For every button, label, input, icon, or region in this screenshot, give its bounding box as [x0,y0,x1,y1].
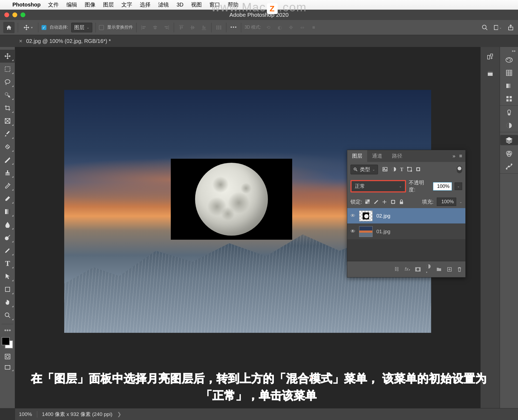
filter-smart-icon[interactable] [416,167,421,172]
delete-layer-icon[interactable] [457,267,462,272]
patterns-panel-icon[interactable] [505,94,513,103]
layer-name[interactable]: 02.jpg [376,213,390,219]
move-tool-indicator[interactable]: ▾ [21,23,35,32]
align-right-icon[interactable] [162,23,171,32]
workspace-icon[interactable]: ⌄ [494,23,502,32]
stamp-tool[interactable] [0,166,15,179]
minimize-window-button[interactable] [12,12,17,17]
panel-menu-icon[interactable]: ≡ [459,153,462,159]
color-panel-icon[interactable] [505,56,513,64]
layer-thumbnail[interactable] [359,226,373,237]
filter-pixel-icon[interactable] [382,167,388,172]
color-swatches[interactable] [0,336,15,351]
filter-shape-icon[interactable] [407,167,412,172]
crop-tool[interactable] [0,101,15,114]
more-options-icon[interactable]: ••• [230,23,238,32]
menu-window[interactable]: 窗口 [209,1,220,8]
healing-tool[interactable] [0,140,15,153]
layer-row-02[interactable]: 👁 02.jpg [347,208,465,224]
menu-layer[interactable]: 图层 [103,1,114,8]
lock-position-icon[interactable] [382,199,387,204]
dodge-tool[interactable] [0,231,15,244]
align-bottom-icon[interactable] [200,23,208,32]
layers-panel-icon[interactable] [500,135,518,145]
visibility-eye-icon[interactable]: 👁 [350,229,355,234]
3d-pan-icon[interactable]: ✥ [287,23,295,32]
adjustment-layer-icon[interactable]: ▾ [426,264,431,275]
layer-row-01[interactable]: 👁 01.jpg [347,224,465,239]
panel-icon-1[interactable] [486,52,495,61]
tab-layers[interactable]: 图层 [347,150,367,162]
align-vcenter-icon[interactable] [189,23,197,32]
edit-toolbar-icon[interactable]: ••• [0,326,15,334]
document-tab[interactable]: ✕ 02.jpg @ 100% (02.jpg, RGB/16*) * [19,38,111,44]
align-hcenter-icon[interactable] [151,23,159,32]
filter-adjust-icon[interactable] [391,167,396,172]
lock-artboard-icon[interactable] [391,199,396,204]
blur-tool[interactable] [0,218,15,231]
quick-select-tool[interactable] [0,89,15,101]
lock-transparency-icon[interactable] [365,199,370,204]
adjustments-panel-icon[interactable] [505,121,513,130]
paths-panel-icon[interactable] [505,162,513,171]
gradient-tool[interactable] [0,205,15,218]
menu-help[interactable]: 帮助 [228,1,238,8]
layer-mask-icon[interactable] [415,267,421,272]
marquee-tool[interactable] [0,63,15,76]
blend-mode-select[interactable]: 正常⌄ [350,180,406,192]
panel-expand-icon[interactable]: » [452,153,455,159]
lock-all-icon[interactable] [399,199,404,204]
filter-type-icon[interactable]: T [400,167,403,172]
3d-zoom-icon[interactable]: ■ [310,23,318,32]
fill-input[interactable] [437,198,456,206]
document-dimensions[interactable]: 1400 像素 x 932 像素 (240 ppi) [42,411,113,418]
menu-text[interactable]: 文字 [121,1,132,8]
panel-icon-2[interactable] [486,69,495,78]
visibility-eye-icon[interactable]: 👁 [350,213,355,219]
lasso-tool[interactable] [0,76,15,89]
channels-panel-icon[interactable] [505,150,513,158]
home-button[interactable] [3,22,15,33]
3d-orbit-icon[interactable]: ⟲ [264,23,272,32]
move-tool[interactable] [0,50,15,63]
link-layers-icon[interactable]: ⛓ [394,266,399,272]
menu-view[interactable]: 视图 [191,1,202,8]
menu-file[interactable]: 文件 [48,1,59,8]
tab-paths[interactable]: 路径 [387,150,407,162]
distribute-icon[interactable] [215,23,223,32]
collapse-dock-icon[interactable]: ▸▸ [500,49,518,53]
layer-name[interactable]: 01.jpg [376,229,390,235]
moon-layer-content[interactable] [171,159,292,240]
pen-tool[interactable] [0,244,15,257]
menu-select[interactable]: 选择 [140,1,151,8]
path-select-tool[interactable] [0,270,15,283]
menu-filter[interactable]: 滤镜 [158,1,169,8]
history-brush-tool[interactable] [0,179,15,192]
auto-select-target[interactable]: 图层⌄ [71,23,92,32]
layer-thumbnail[interactable] [359,211,373,221]
lock-brush-icon[interactable] [373,199,378,204]
shape-tool[interactable] [0,283,15,296]
properties-panel-icon[interactable] [505,108,513,117]
tab-channels[interactable]: 通道 [367,150,387,162]
opacity-input[interactable] [433,182,452,191]
maximize-window-button[interactable] [21,12,25,17]
close-window-button[interactable] [4,12,9,17]
menu-edit[interactable]: 编辑 [66,1,77,8]
layer-group-icon[interactable] [436,267,442,272]
align-left-icon[interactable] [140,23,148,32]
auto-select-checkbox[interactable]: ✓ [42,25,46,30]
menu-3d[interactable]: 3D [176,2,183,8]
quick-mask-icon[interactable] [0,351,15,362]
fill-dropdown-icon[interactable]: ⌄ [459,200,462,204]
zoom-level[interactable]: 100% [19,411,32,417]
align-top-icon[interactable] [177,23,185,32]
foreground-color-swatch[interactable] [2,337,10,345]
app-name[interactable]: Photoshop [12,2,40,8]
search-icon[interactable] [481,23,489,32]
opacity-dropdown-icon[interactable]: ⌄ [455,182,462,190]
layer-fx-icon[interactable]: fx▾ [405,266,410,272]
hand-tool[interactable] [0,296,15,309]
layer-filter-kind[interactable]: 类型 ⌄ [350,165,378,174]
new-layer-icon[interactable] [447,267,452,272]
